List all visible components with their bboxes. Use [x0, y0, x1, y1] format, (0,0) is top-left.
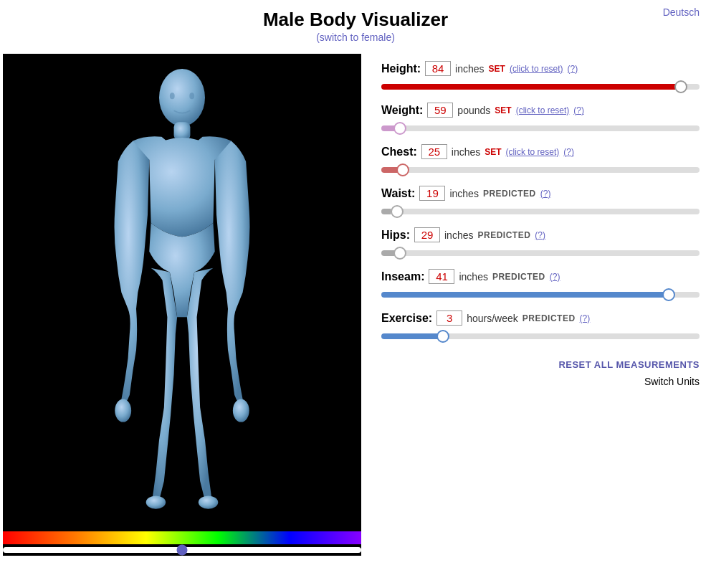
exercise-status: PREDICTED	[522, 313, 576, 323]
weight-slider[interactable]	[381, 125, 700, 131]
weight-reset-link[interactable]: (click to reset)	[516, 105, 570, 115]
svg-point-7	[189, 93, 194, 99]
waist-unit: inches	[449, 188, 478, 199]
hips-slider[interactable]	[381, 250, 700, 256]
model-rotation-slider[interactable]	[3, 547, 361, 553]
waist-value[interactable]: 19	[419, 186, 445, 201]
height-control: Height: 84 inches SET (click to reset) (…	[381, 61, 700, 93]
weight-control: Weight: 59 pounds SET (click to reset) (…	[381, 103, 700, 134]
height-value[interactable]: 84	[425, 61, 451, 76]
page-header: Male Body Visualizer (switch to female)	[0, 0, 711, 48]
hips-label: Hips:	[381, 229, 410, 242]
height-label: Height:	[381, 62, 421, 75]
hips-control: Hips: 29 inches PREDICTED (?)	[381, 227, 700, 259]
chest-help-link[interactable]: (?)	[563, 147, 574, 157]
height-help-link[interactable]: (?)	[568, 64, 578, 74]
height-slider[interactable]	[381, 84, 700, 90]
hips-unit: inches	[444, 229, 473, 241]
inseam-help-link[interactable]: (?)	[550, 272, 560, 282]
height-unit: inches	[455, 63, 484, 75]
model-figure	[3, 54, 361, 531]
hips-status: PREDICTED	[477, 230, 530, 240]
model-container	[3, 54, 361, 556]
inseam-control: Inseam: 41 inches PREDICTED (?)	[381, 269, 700, 300]
body-figure-svg	[89, 63, 275, 522]
controls-panel: Height: 84 inches SET (click to reset) (…	[361, 54, 711, 394]
chest-value[interactable]: 25	[421, 144, 447, 159]
hips-value[interactable]: 29	[414, 227, 440, 242]
svg-point-4	[146, 495, 166, 508]
exercise-value[interactable]: 3	[436, 310, 462, 326]
color-spectrum-bar	[3, 531, 361, 544]
model-slider-row	[3, 544, 361, 556]
language-link[interactable]: Deutsch	[663, 6, 700, 18]
switch-gender-link[interactable]: (switch to female)	[316, 32, 395, 43]
svg-point-2	[115, 399, 131, 422]
main-layout: Height: 84 inches SET (click to reset) (…	[0, 48, 711, 556]
weight-unit: pounds	[457, 105, 490, 116]
waist-help-link[interactable]: (?)	[540, 189, 551, 199]
svg-point-3	[233, 399, 249, 422]
switch-units-button[interactable]: Switch Units	[381, 376, 700, 387]
hips-help-link[interactable]: (?)	[535, 230, 545, 240]
height-status: SET	[489, 64, 505, 74]
height-reset-link[interactable]: (click to reset)	[510, 64, 563, 74]
waist-slider[interactable]	[381, 209, 700, 214]
exercise-unit: hours/week	[467, 313, 518, 324]
exercise-label: Exercise:	[381, 312, 432, 325]
svg-point-0	[159, 69, 205, 126]
inseam-unit: inches	[459, 271, 487, 283]
chest-label: Chest:	[381, 146, 417, 158]
svg-point-6	[170, 93, 175, 99]
waist-control: Waist: 19 inches PREDICTED (?)	[381, 186, 700, 217]
svg-point-5	[199, 495, 218, 508]
chest-reset-link[interactable]: (click to reset)	[506, 147, 560, 157]
chest-slider[interactable]	[381, 167, 700, 173]
weight-label: Weight:	[381, 104, 423, 117]
waist-label: Waist:	[381, 187, 415, 200]
weight-help-link[interactable]: (?)	[573, 105, 584, 115]
chest-status: SET	[485, 147, 501, 157]
exercise-control: Exercise: 3 hours/week PREDICTED (?)	[381, 310, 700, 342]
svg-rect-1	[174, 122, 191, 140]
chest-unit: inches	[452, 146, 480, 158]
reset-all-button[interactable]: RESET ALL MEASUREMENTS	[381, 359, 700, 370]
inseam-slider[interactable]	[381, 292, 700, 298]
inseam-value[interactable]: 41	[429, 269, 454, 284]
weight-status: SET	[495, 105, 511, 115]
exercise-help-link[interactable]: (?)	[580, 313, 591, 323]
chest-control: Chest: 25 inches SET (click to reset) (?…	[381, 144, 700, 176]
exercise-slider[interactable]	[381, 333, 700, 339]
inseam-status: PREDICTED	[492, 272, 545, 282]
weight-value[interactable]: 59	[427, 103, 453, 118]
waist-status: PREDICTED	[483, 189, 536, 199]
page-title: Male Body Visualizer	[0, 9, 711, 31]
inseam-label: Inseam:	[381, 270, 424, 283]
